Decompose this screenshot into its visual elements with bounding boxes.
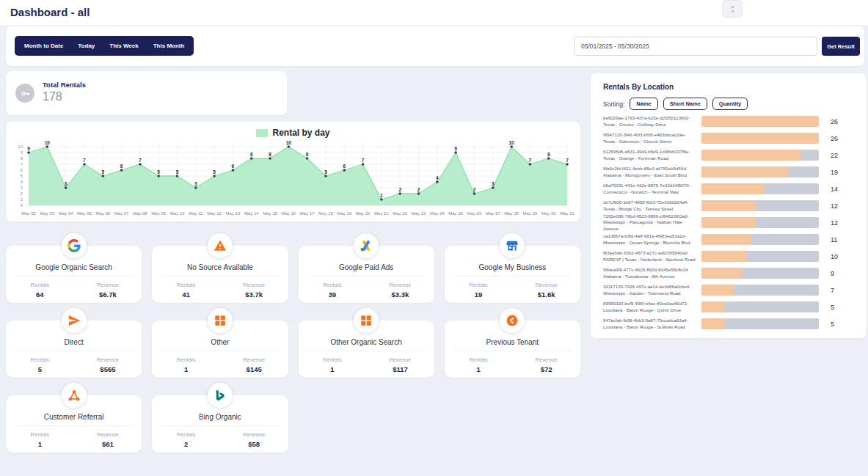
revenue-label: Revenue bbox=[512, 356, 580, 363]
revenue-label: Revenue bbox=[74, 356, 142, 363]
location-name: 7265e095-78bd-4523-8899-cf84620f03a0-Mis… bbox=[603, 213, 701, 232]
svg-text:May 28: May 28 bbox=[504, 211, 519, 216]
rentals-label: Rentals bbox=[299, 356, 367, 363]
date-range-input[interactable] bbox=[574, 37, 817, 56]
rentals-column: Rentals1 bbox=[6, 431, 74, 448]
svg-text:7: 7 bbox=[529, 158, 532, 163]
location-bar-fill bbox=[701, 200, 756, 211]
revenue-value: $1.6k bbox=[512, 290, 580, 299]
rentals-label: Rentals bbox=[445, 356, 513, 363]
svg-text:5: 5 bbox=[176, 169, 179, 175]
svg-text:May 22: May 22 bbox=[393, 211, 407, 216]
revenue-label: Revenue bbox=[366, 282, 434, 288]
svg-text:9: 9 bbox=[21, 150, 23, 155]
source-title: Bing Organic bbox=[161, 413, 279, 426]
svg-text:7: 7 bbox=[83, 158, 86, 163]
paper-plane-icon bbox=[62, 308, 87, 333]
floating-widget[interactable] bbox=[722, 0, 743, 18]
location-name: 647acfab-fb08-4bb3-9a87-70ccedca83a4-Lou… bbox=[603, 318, 701, 330]
location-name: 612595d6-a631-49d9-b5d9-1c98b6197f6e-Tex… bbox=[603, 149, 701, 161]
sort-button-name[interactable]: Name bbox=[630, 98, 657, 110]
location-row: 647acfab-fb08-4bb3-9a87-70ccedca83a4-Lou… bbox=[603, 318, 856, 329]
location-row: 7265e095-78bd-4523-8899-cf84620f03a0-Mis… bbox=[603, 217, 856, 228]
svg-text:6: 6 bbox=[343, 164, 346, 169]
source-stats: Rentals2Revenue$58 bbox=[152, 431, 288, 448]
preset-button-today[interactable]: Today bbox=[78, 43, 95, 49]
svg-text:10: 10 bbox=[45, 141, 51, 145]
source-card-google-paid-ads: Google Paid AdsRentals39Revenue$3.3k bbox=[299, 246, 434, 303]
preset-button-this-week[interactable]: This Week bbox=[109, 43, 138, 49]
location-name: f83aa5ab-33b2-4673-a17c-adf2365840a2-PAR… bbox=[603, 250, 701, 263]
rentals-column: Rentals19 bbox=[445, 282, 513, 299]
revenue-value: $72 bbox=[512, 365, 580, 373]
svg-text:May 12: May 12 bbox=[207, 211, 222, 216]
key-icon bbox=[15, 84, 34, 103]
warning-triangle-icon bbox=[208, 233, 233, 258]
svg-text:May 19: May 19 bbox=[337, 211, 351, 216]
source-card-google-my-business: Google My BusinessRentals19Revenue$1.6k bbox=[445, 246, 580, 303]
sort-button-quantity[interactable]: Quantity bbox=[712, 98, 748, 110]
source-cards-grid: Google Organic SearchRentals64Revenue$6.… bbox=[6, 246, 580, 453]
source-card-bing-organic: Bing OrganicRentals2Revenue$58 bbox=[152, 395, 288, 453]
revenue-column: Revenue$3.7k bbox=[220, 282, 288, 299]
dot-icon bbox=[732, 6, 734, 8]
svg-text:May 30: May 30 bbox=[541, 211, 556, 216]
chevron-left-circle-icon bbox=[500, 308, 525, 333]
location-value: 11 bbox=[831, 236, 850, 244]
svg-text:9: 9 bbox=[454, 146, 457, 151]
revenue-label: Revenue bbox=[512, 282, 580, 288]
get-result-button[interactable]: Get Result bbox=[822, 37, 860, 56]
preset-button-month-to-date[interactable]: Month to Date bbox=[24, 43, 63, 49]
source-stats: Rentals1Revenue$61 bbox=[6, 431, 142, 448]
source-stats: Rentals64Revenue$6.7k bbox=[6, 282, 142, 299]
revenue-label: Revenue bbox=[220, 356, 288, 363]
location-bar-fill bbox=[701, 234, 751, 245]
rentals-value: 41 bbox=[152, 290, 220, 299]
location-value: 12 bbox=[831, 219, 850, 227]
revenue-value: $3.3k bbox=[366, 290, 434, 299]
revenue-column: Revenue$6.7k bbox=[74, 282, 142, 299]
svg-text:May 13: May 13 bbox=[226, 211, 241, 216]
revenue-column: Revenue$61 bbox=[74, 431, 142, 448]
sort-button-short-name[interactable]: Short Name bbox=[663, 98, 707, 110]
location-row: 6fa3c2fd-f421-4ebb-85e3-a6781eb5d54d-Ala… bbox=[603, 166, 856, 177]
source-card-direct: DirectRentals5Revenue$565 bbox=[6, 321, 142, 378]
svg-text:May 31: May 31 bbox=[560, 211, 575, 216]
rentals-value: 1 bbox=[299, 365, 367, 373]
preset-button-this-month[interactable]: This Month bbox=[153, 43, 185, 49]
revenue-label: Revenue bbox=[220, 431, 288, 438]
location-value: 14 bbox=[831, 186, 850, 193]
svg-text:3: 3 bbox=[492, 181, 495, 186]
svg-text:2: 2 bbox=[473, 187, 476, 192]
revenue-label: Revenue bbox=[220, 282, 288, 288]
rentals-value: 1 bbox=[152, 365, 220, 373]
source-title: Google Organic Search bbox=[15, 263, 133, 277]
svg-text:May 21: May 21 bbox=[374, 211, 389, 216]
location-row: 32117139-7426-497c-aa14-de3d86a0cbe4-Mis… bbox=[603, 285, 856, 296]
legend-label: Rental by day bbox=[272, 128, 329, 138]
svg-text:1: 1 bbox=[21, 197, 23, 202]
location-name: be6029ae-1793-437a-b23e-d2f25b113802-Tex… bbox=[603, 115, 701, 128]
location-bar-track bbox=[701, 150, 819, 161]
rentals-label: Rentals bbox=[299, 282, 367, 288]
location-rows: be6029ae-1793-437a-b23e-d2f25b113802-Tex… bbox=[603, 116, 856, 335]
location-bar-track bbox=[701, 133, 819, 144]
rentals-column: Rentals1 bbox=[445, 356, 513, 373]
source-card-customer-referral: Customer ReferralRentals1Revenue$61 bbox=[6, 395, 142, 453]
location-value: 26 bbox=[831, 118, 850, 125]
svg-text:May 20: May 20 bbox=[356, 211, 371, 216]
location-row: ca1d667a-b3fd-4aff-981a-4f983ea51a2d-Mis… bbox=[603, 234, 856, 245]
rentals-label: Rentals bbox=[6, 431, 74, 438]
location-value: 19 bbox=[831, 169, 850, 176]
location-bar-fill bbox=[701, 217, 756, 228]
revenue-column: Revenue$1.6k bbox=[512, 282, 580, 299]
svg-text:May 10: May 10 bbox=[170, 211, 185, 216]
source-card-previous-tenant: Previous TenantRentals1Revenue$72 bbox=[445, 321, 580, 378]
svg-text:May 15: May 15 bbox=[263, 211, 277, 216]
source-title: No Source Available bbox=[161, 263, 279, 277]
svg-text:8: 8 bbox=[269, 152, 271, 157]
rentals-value: 39 bbox=[299, 290, 367, 299]
svg-text:5: 5 bbox=[213, 169, 216, 175]
source-title: Customer Referral bbox=[15, 413, 133, 426]
svg-text:5: 5 bbox=[101, 169, 104, 175]
